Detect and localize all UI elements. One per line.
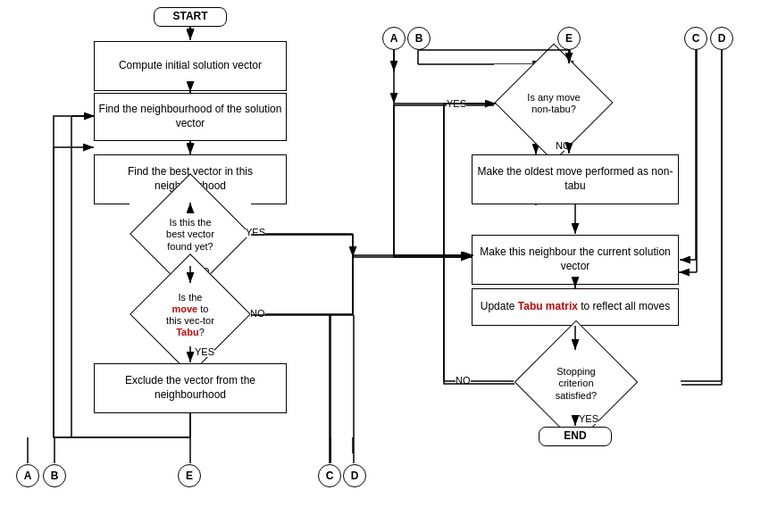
circle-d-top: D — [710, 27, 733, 50]
start-label: START — [172, 10, 207, 24]
compute-label: Compute initial solution vector — [119, 59, 262, 73]
circle-e-bottom: E — [178, 464, 201, 487]
is-tabu-yes-label: YES — [195, 346, 214, 357]
end-box: END — [539, 427, 612, 446]
circle-a-top: A — [382, 27, 406, 50]
is-best-yes-label: YES — [246, 227, 265, 237]
is-tabu-no-label: NO — [250, 308, 265, 319]
exclude-label: Exclude the vector from the neighbourhoo… — [95, 374, 286, 402]
make-oldest-box: Make the oldest move performed as non-ta… — [472, 154, 679, 204]
start-box: START — [154, 7, 227, 27]
is-non-tabu-no-label: NO — [556, 140, 571, 151]
find-neighbourhood-label: Find the neighbourhood of the solution v… — [95, 103, 286, 130]
circle-a-bottom: A — [16, 464, 39, 487]
tabu-word: Tabu matrix — [518, 300, 578, 312]
flowchart: START Compute initial solution vector Fi… — [0, 0, 761, 532]
circle-b-top: B — [407, 27, 431, 50]
circle-b-bottom: B — [43, 464, 66, 487]
circle-c-top: C — [684, 27, 707, 50]
find-neighbourhood-box: Find the neighbourhood of the solution v… — [94, 93, 287, 141]
circle-e-top: E — [557, 27, 581, 50]
make-neighbour-label: Make this neighbour the current solution… — [472, 245, 678, 273]
exclude-box: Exclude the vector from the neighbourhoo… — [94, 363, 287, 413]
circle-d-bottom: D — [343, 464, 366, 487]
stopping-yes-label: YES — [579, 413, 598, 424]
circle-c-bottom: C — [318, 464, 341, 487]
stopping-no-label: NO — [456, 375, 471, 386]
is-non-tabu-diamond: Is any movenon-tabu? — [494, 64, 614, 143]
make-neighbour-box: Make this neighbour the current solution… — [472, 235, 679, 285]
stopping-criterion-diamond: Stoppingcriterionsatisfied? — [514, 351, 639, 417]
compute-box: Compute initial solution vector — [94, 41, 287, 91]
is-tabu-diamond: Is themove tothis vec-torTabu? — [130, 284, 251, 346]
is-non-tabu-yes-label: YES — [447, 98, 466, 109]
make-oldest-label: Make the oldest move performed as non-ta… — [472, 165, 678, 193]
end-label: END — [564, 429, 586, 444]
